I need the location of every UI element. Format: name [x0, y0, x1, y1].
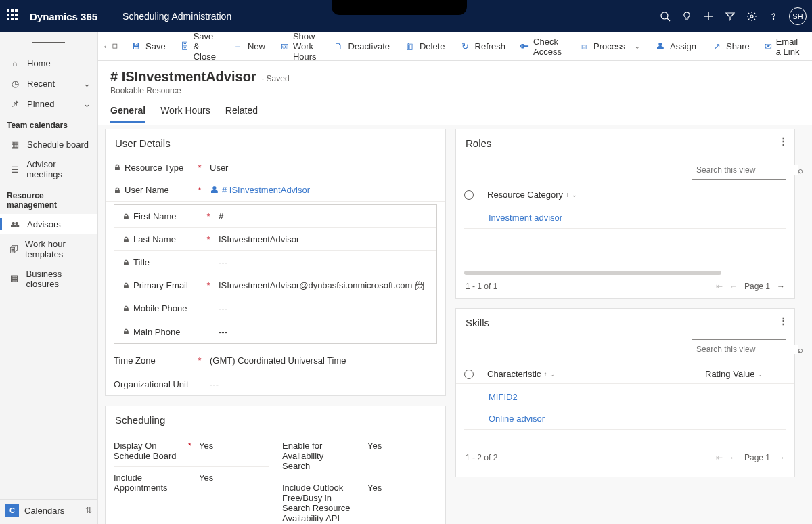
col-resource-category[interactable]: Resource Category↑⌄: [487, 190, 577, 200]
mobile-value[interactable]: ---: [213, 303, 428, 313]
card-more-icon[interactable]: ⋮: [779, 136, 788, 146]
lightbulb-icon[interactable]: [681, 10, 693, 22]
chevron-down-icon: ⌄: [83, 99, 91, 109]
back-button[interactable]: ←: [102, 41, 111, 51]
nav-work-hour-templates[interactable]: 🗐︎Work hour templates: [0, 234, 97, 264]
flow-button[interactable]: ⟲Flow⌄: [809, 37, 812, 56]
skills-row[interactable]: Online advisor: [464, 408, 786, 430]
app-name: Dynamics 365: [30, 11, 97, 22]
cmd-label: Assign: [670, 41, 696, 51]
main-content: ← ⧉ 💾︎Save 🗄︎Save & Close ＋New 📅︎Show Wo…: [98, 32, 812, 524]
card-more-icon[interactable]: ⋮: [779, 315, 788, 326]
first-name-value[interactable]: #: [213, 211, 428, 221]
nav-advisors[interactable]: 👥︎Advisors: [0, 214, 97, 234]
search-icon[interactable]: [659, 10, 671, 22]
tab-related[interactable]: Related: [225, 105, 258, 123]
save-button[interactable]: 💾︎Save: [124, 37, 173, 56]
resource-type-value[interactable]: User: [204, 162, 437, 173]
nav-pinned[interactable]: 📌︎Pinned⌄: [0, 93, 97, 114]
title-value[interactable]: ---: [213, 257, 428, 267]
main-phone-value[interactable]: ---: [213, 327, 428, 337]
nav-advisor-meetings[interactable]: ☰Advisor meetings: [0, 154, 97, 184]
org-value[interactable]: ---: [204, 379, 437, 389]
area-switcher[interactable]: C Calendars ⇅: [0, 499, 97, 521]
col-rating-value[interactable]: Rating Value⌄: [705, 369, 786, 379]
search-icon[interactable]: ⌕: [798, 165, 803, 175]
nav-recent[interactable]: ◷Recent⌄: [0, 73, 97, 93]
skills-search-input[interactable]: [696, 345, 798, 354]
pager-first-icon[interactable]: ⇤: [716, 282, 723, 291]
skill-link[interactable]: MIFID2: [489, 392, 518, 402]
field-label: Title: [133, 257, 150, 267]
pager-next-icon[interactable]: →: [777, 282, 785, 291]
nav-label: Advisors: [27, 219, 61, 230]
process-button[interactable]: ⧈Process⌄: [572, 37, 647, 56]
search-icon[interactable]: ⌕: [798, 345, 803, 355]
assign-button[interactable]: 👤︎Assign: [648, 37, 703, 56]
tab-work-hours[interactable]: Work Hours: [160, 105, 210, 123]
process-icon: ⧈: [579, 41, 589, 52]
skill-link[interactable]: Online advisor: [489, 414, 545, 424]
skills-search[interactable]: ⌕: [692, 339, 786, 359]
record-title: # ISInvestmentAdvisor: [110, 69, 256, 85]
open-new-window-button[interactable]: ⧉: [112, 41, 118, 52]
roles-row[interactable]: Investment advisor: [464, 207, 786, 229]
skills-row[interactable]: MIFID2: [464, 387, 786, 408]
person-icon: 👤︎: [210, 185, 219, 195]
app-launcher-icon[interactable]: [7, 9, 20, 23]
sort-asc-icon: ↑: [543, 370, 547, 378]
enable-avail-value[interactable]: Yes: [365, 441, 382, 451]
required-indicator: [204, 234, 213, 244]
outlook-value[interactable]: Yes: [365, 483, 382, 493]
timezone-value[interactable]: (GMT) Coordinated Universal Time: [204, 355, 437, 366]
email-value[interactable]: ISInvestmentAdvisor@dynbasfsi.onmicrosof…: [213, 280, 415, 290]
deactivate-icon: 🗋︎: [334, 41, 344, 52]
nav-schedule-board[interactable]: ▦Schedule board: [0, 134, 97, 154]
select-all-radio[interactable]: [464, 370, 474, 379]
user-avatar[interactable]: SH: [789, 7, 807, 25]
check-access-button[interactable]: 🔑︎Check Access: [514, 32, 570, 61]
field-label: Time Zone: [114, 355, 156, 366]
nav-business-closures[interactable]: 🏢︎Business closures: [0, 264, 97, 294]
plus-icon: ＋: [233, 41, 244, 52]
field-label: Resource Type: [125, 162, 183, 173]
pager-prev-icon[interactable]: ←: [729, 282, 738, 291]
tab-general[interactable]: General: [110, 105, 145, 123]
display-value[interactable]: Yes: [196, 441, 213, 451]
share-button[interactable]: ↗Share: [704, 37, 757, 56]
global-header: Dynamics 365 Scheduling Administration S…: [0, 0, 812, 32]
role-link[interactable]: Investment advisor: [489, 213, 562, 223]
refresh-button[interactable]: ↻Refresh: [453, 37, 513, 56]
nav-home[interactable]: ⌂Home: [0, 53, 97, 73]
new-button[interactable]: ＋New: [226, 37, 272, 56]
user-name-value[interactable]: 👤︎# ISInvestmentAdvisor: [204, 185, 437, 195]
key-icon: 🔑︎: [520, 41, 529, 52]
pager-prev-icon[interactable]: ←: [729, 453, 738, 462]
col-characteristic[interactable]: Characteristic↑⌄: [487, 369, 705, 379]
roles-search[interactable]: ⌕: [692, 160, 786, 180]
field-label: Primary Email: [133, 280, 188, 290]
record-header: # ISInvestmentAdvisor - Saved Bookable R…: [98, 61, 812, 125]
sort-asc-icon: ↑: [566, 191, 569, 198]
select-all-radio[interactable]: [464, 190, 474, 200]
roles-search-input[interactable]: [696, 165, 798, 175]
settings-icon[interactable]: [746, 10, 758, 22]
chevron-down-icon: ⌄: [549, 371, 555, 378]
pager-first-icon[interactable]: ⇤: [716, 453, 723, 462]
mail-open-icon[interactable]: 📨︎: [415, 280, 424, 291]
template-icon: 🗐︎: [9, 244, 18, 255]
delete-button[interactable]: 🗑︎Delete: [398, 37, 452, 56]
sidebar-toggle-icon[interactable]: [0, 37, 97, 49]
pager-next-icon[interactable]: →: [777, 453, 785, 462]
cmd-label: Check Access: [533, 37, 564, 57]
deactivate-button[interactable]: 🗋︎Deactivate: [327, 37, 397, 56]
email-link-button[interactable]: ✉︎Email a Link: [758, 32, 809, 61]
command-bar: ← ⧉ 💾︎Save 🗄︎Save & Close ＋New 📅︎Show Wo…: [98, 32, 812, 61]
help-icon[interactable]: [767, 10, 780, 22]
last-name-value[interactable]: ISInvestmentAdvisor: [213, 234, 428, 244]
include-appts-value[interactable]: Yes: [196, 473, 213, 483]
field-label: User Name: [125, 185, 169, 195]
filter-icon[interactable]: [724, 10, 736, 22]
briefcase-icon: 🏢︎: [9, 274, 20, 284]
add-icon[interactable]: [702, 10, 715, 22]
